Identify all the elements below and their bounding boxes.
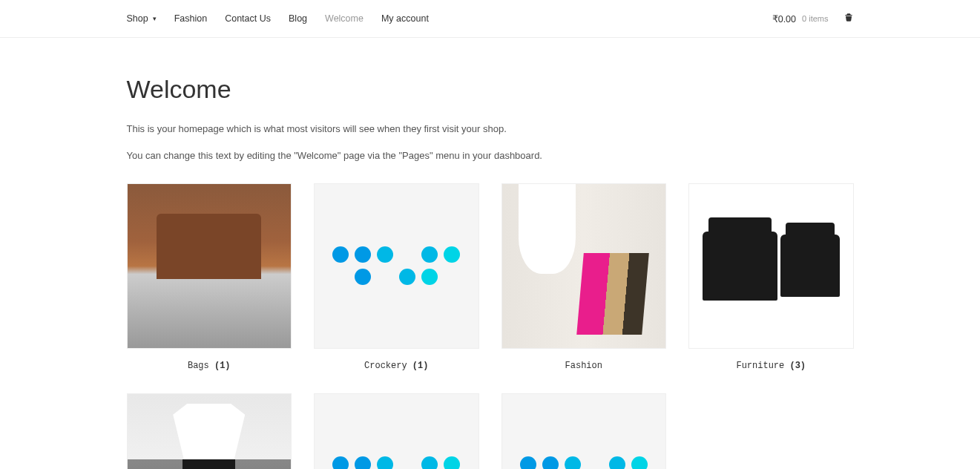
cart-price: ₹0.00 — [772, 13, 796, 24]
category-image — [501, 183, 667, 349]
category-image — [127, 393, 292, 470]
nav-my-account[interactable]: My account — [381, 13, 429, 24]
category-bags[interactable]: Bags (1) — [127, 183, 292, 371]
category-label: Furniture (3) — [688, 361, 854, 371]
category-image — [501, 393, 667, 470]
category-image — [688, 183, 854, 349]
cart-items-count: 0 items — [802, 14, 828, 23]
placeholder-icon — [520, 456, 648, 469]
category-image — [314, 393, 479, 470]
category-fashion[interactable]: Fashion — [501, 183, 667, 371]
sofa-graphic — [703, 232, 777, 301]
category-uncategorised[interactable]: Uncategorised (1) — [314, 393, 479, 470]
cart-summary[interactable]: ₹0.00 0 items — [772, 13, 854, 25]
page-title: Welcome — [127, 75, 854, 104]
category-label: Fashion — [501, 361, 667, 371]
top-nav: Shop ▾ Fashion Contact Us Blog Welcome M… — [0, 0, 980, 38]
nav-blog[interactable]: Blog — [289, 13, 307, 24]
nav-fashion[interactable]: Fashion — [174, 13, 207, 24]
main-content: Welcome This is your homepage which is w… — [112, 38, 869, 469]
category-furniture[interactable]: Furniture (3) — [688, 183, 854, 371]
sofa-graphic — [780, 234, 839, 297]
category-tshirts[interactable]: Tshirts (2) — [127, 393, 292, 470]
category-image — [314, 183, 479, 349]
chevron-down-icon: ▾ — [153, 15, 157, 22]
basket-icon[interactable] — [843, 13, 854, 25]
nav-contact-us[interactable]: Contact Us — [225, 13, 271, 24]
category-grid: Bags (1) Crockery (1) Fashion Furniture — [127, 183, 854, 469]
intro-text-1: This is your homepage which is what most… — [127, 122, 854, 137]
placeholder-icon — [332, 246, 460, 285]
category-image — [127, 183, 292, 349]
category-vegetables[interactable]: Vegetables (3) — [501, 393, 667, 470]
category-crockery[interactable]: Crockery (1) — [314, 183, 479, 371]
category-label: Crockery (1) — [314, 361, 479, 371]
intro-text-2: You can change this text by editing the … — [127, 148, 854, 163]
category-label: Bags (1) — [127, 361, 292, 371]
nav-links: Shop ▾ Fashion Contact Us Blog Welcome M… — [127, 13, 429, 24]
nav-shop[interactable]: Shop ▾ — [127, 13, 157, 24]
nav-welcome[interactable]: Welcome — [325, 13, 364, 24]
placeholder-icon — [332, 456, 460, 469]
